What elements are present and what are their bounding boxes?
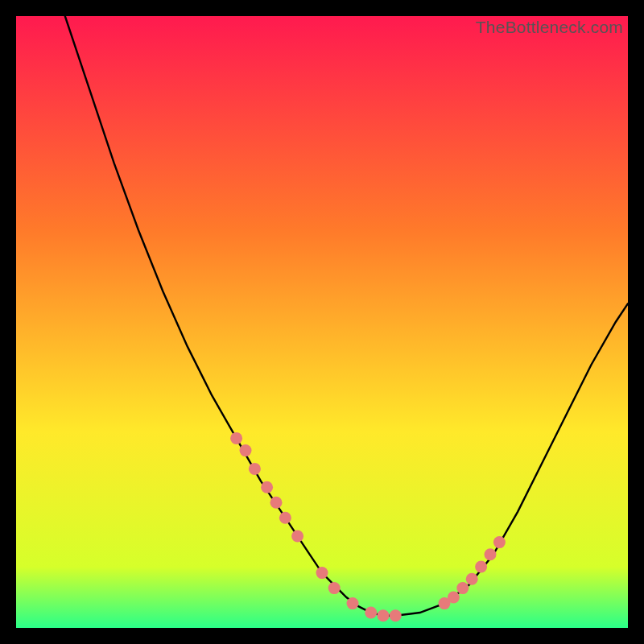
marker-dot — [270, 497, 283, 509]
marker-dot — [240, 444, 252, 456]
gradient-background — [16, 16, 628, 628]
chart-frame: TheBottleneck.com — [16, 16, 628, 628]
marker-dot — [230, 432, 242, 444]
watermark-text: TheBottleneck.com — [476, 18, 623, 37]
marker-dot — [249, 463, 261, 475]
marker-dot — [347, 597, 359, 609]
chart-svg — [16, 16, 628, 628]
marker-dot — [493, 536, 506, 548]
marker-dot — [485, 548, 497, 560]
marker-dot — [475, 561, 487, 573]
marker-dot — [316, 567, 328, 579]
marker-dot — [261, 481, 273, 493]
marker-dot — [365, 607, 377, 619]
marker-dot — [291, 530, 303, 543]
marker-dot — [466, 573, 478, 585]
marker-dot — [378, 609, 390, 621]
marker-dot — [390, 609, 402, 621]
marker-dot — [456, 582, 469, 594]
marker-dot — [448, 592, 460, 604]
marker-dot — [279, 512, 291, 524]
marker-dot — [328, 582, 341, 594]
